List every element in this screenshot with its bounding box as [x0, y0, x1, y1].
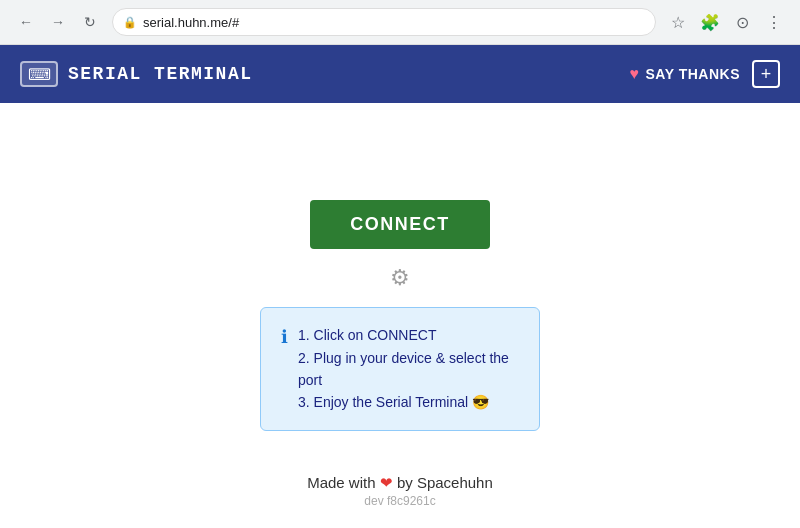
- app-header: ⌨ SERIAL TERMINAL ♥ SAY THANKS +: [0, 45, 800, 103]
- heart-icon: ♥: [630, 65, 640, 83]
- settings-icon[interactable]: ⚙: [390, 265, 410, 291]
- connect-area: CONNECT ⚙ ℹ 1. Click on CONNECT 2. Plug …: [260, 200, 540, 431]
- plus-button[interactable]: +: [752, 60, 780, 88]
- url-text: serial.huhn.me/#: [143, 15, 239, 30]
- app-title: SERIAL TERMINAL: [68, 64, 253, 84]
- forward-button[interactable]: →: [44, 8, 72, 36]
- keyboard-icon: ⌨: [20, 61, 58, 87]
- bookmark-button[interactable]: ☆: [664, 8, 692, 36]
- by-text: by Spacehuhn: [397, 474, 493, 491]
- extensions-button[interactable]: 🧩: [696, 8, 724, 36]
- footer: Made with ❤ by Spacehuhn dev f8c9261c: [307, 474, 493, 508]
- say-thanks-label: SAY THANKS: [646, 66, 740, 82]
- heart-emoji: ❤: [380, 474, 393, 491]
- dev-hash: dev f8c9261c: [307, 494, 493, 508]
- main-content: CONNECT ⚙ ℹ 1. Click on CONNECT 2. Plug …: [0, 103, 800, 528]
- info-text: 1. Click on CONNECT 2. Plug in your devi…: [298, 324, 519, 414]
- browser-chrome: ← → ↻ 🔒 serial.huhn.me/# ☆ 🧩 ⊙ ⋮: [0, 0, 800, 45]
- connect-button[interactable]: CONNECT: [310, 200, 490, 249]
- info-step-1: 1. Click on CONNECT: [298, 324, 519, 346]
- browser-right-icons: ☆ 🧩 ⊙ ⋮: [664, 8, 788, 36]
- address-bar[interactable]: 🔒 serial.huhn.me/#: [112, 8, 656, 36]
- made-with-label: Made with: [307, 474, 375, 491]
- back-button[interactable]: ←: [12, 8, 40, 36]
- info-icon: ℹ: [281, 326, 288, 414]
- lock-icon: 🔒: [123, 16, 137, 29]
- made-with-text: Made with ❤ by Spacehuhn: [307, 474, 493, 492]
- menu-button[interactable]: ⋮: [760, 8, 788, 36]
- info-step-2: 2. Plug in your device & select the port: [298, 347, 519, 392]
- header-right: ♥ SAY THANKS +: [630, 60, 780, 88]
- app-logo: ⌨ SERIAL TERMINAL: [20, 61, 253, 87]
- profile-button[interactable]: ⊙: [728, 8, 756, 36]
- say-thanks-button[interactable]: ♥ SAY THANKS: [630, 65, 740, 83]
- reload-button[interactable]: ↻: [76, 8, 104, 36]
- nav-buttons: ← → ↻: [12, 8, 104, 36]
- info-box: ℹ 1. Click on CONNECT 2. Plug in your de…: [260, 307, 540, 431]
- info-step-3: 3. Enjoy the Serial Terminal 😎: [298, 391, 519, 413]
- keyboard-symbol: ⌨: [28, 65, 51, 84]
